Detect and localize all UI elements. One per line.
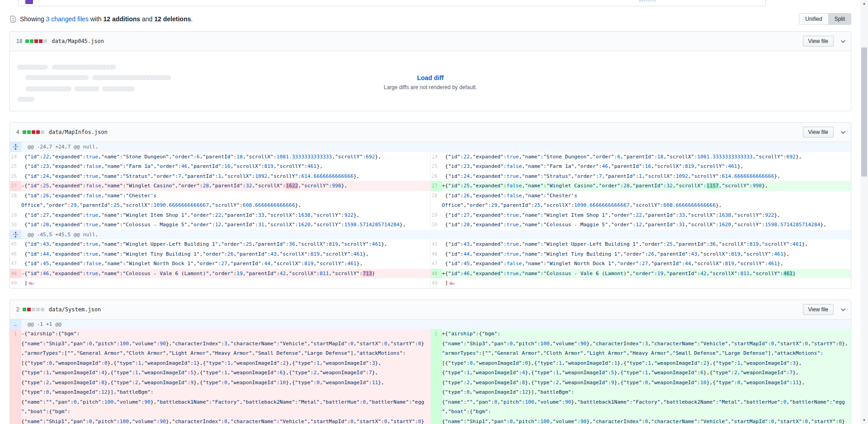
line-number-right[interactable]: 30: [431, 220, 442, 230]
line-number-right[interactable]: 26: [431, 172, 442, 181]
hunk-row: @@ -24,7 +24,7 @@ null,: [10, 142, 851, 152]
changed-files-link[interactable]: 3 changed files: [46, 15, 89, 23]
view-file-button[interactable]: View file: [803, 127, 834, 138]
expand-hunk-button[interactable]: [10, 230, 21, 240]
changed-word-highlight: 1622: [286, 183, 298, 189]
scrollbar-thumb[interactable]: [861, 48, 867, 176]
changed-word-highlight: 1157: [707, 183, 719, 189]
hunk-ellipsis-icon: …: [14, 319, 18, 329]
no-newline-icon: ⊘↵: [29, 281, 33, 286]
collapsed-diff-placeholder: Load diff Large diffs are not rendered b…: [10, 51, 851, 111]
line-number-right[interactable]: 45: [431, 239, 442, 249]
line-number-right[interactable]: 27: [431, 181, 442, 191]
code-line-left: -{"id":25,"expanded":false,"name":"Wingl…: [21, 181, 430, 191]
unfold-icon: [13, 143, 18, 150]
page-scrollbar[interactable]: ▲ ▼: [860, 0, 868, 424]
line-number-left[interactable]: 29: [10, 210, 21, 220]
line-number-left[interactable]: 49: [10, 278, 21, 288]
line-number-left[interactable]: 27: [10, 181, 21, 191]
expand-hunk-button[interactable]: …: [10, 319, 21, 329]
changed-word-highlight: 461: [783, 271, 793, 276]
file-options-chevron-button[interactable]: [840, 129, 846, 135]
file-options-chevron-button[interactable]: [840, 38, 846, 44]
changed-word-highlight: 713: [363, 271, 372, 276]
summary-text: Showing 3 changed files with 12 addition…: [20, 15, 193, 23]
load-diff-link[interactable]: Load diff: [417, 74, 443, 81]
file-card-map045: 18 data/Map045.json View file Load diff …: [9, 31, 851, 111]
additions-count: 12 additions: [103, 15, 140, 23]
view-file-button[interactable]: View file: [803, 36, 834, 47]
file-diff-icon: [9, 15, 17, 23]
line-number-left[interactable]: 25: [10, 162, 21, 172]
line-number-left[interactable]: 45: [10, 239, 21, 249]
code-line-right: {"id":24,"expanded":true,"name":"Stratus…: [442, 172, 851, 181]
code-line-left: {"id":23,"expanded":false,"name":"Farm 1…: [21, 162, 430, 172]
diffstat-block-add: [23, 130, 26, 134]
code-line-right: {"id":26,"expanded":false,"name":"Cheste…: [442, 191, 851, 210]
hunk-header: @@ -24,7 +24,7 @@ null,: [21, 142, 851, 152]
code-line-right: {"id":43,"expanded":true,"name":"Winglet…: [442, 239, 851, 249]
diff-line-row: 29 {"id":27,"expanded":true,"name":"Wing…: [10, 210, 851, 220]
line-number-right[interactable]: 46: [431, 249, 442, 259]
line-number-left[interactable]: 46: [10, 249, 21, 259]
line-number-left[interactable]: 1: [10, 329, 21, 424]
diffstat-block-add: [27, 130, 31, 134]
view-file-button[interactable]: View file: [803, 304, 834, 315]
hunk-header: @@ -45,5 +45,5 @@ null,: [21, 230, 851, 240]
split-view-button[interactable]: Split: [828, 14, 851, 24]
diff-line-row: 48-{"id":46,"expanded":true,"name":"Colo…: [10, 269, 851, 279]
line-number-right[interactable]: 1: [431, 329, 442, 424]
line-number-left[interactable]: 26: [10, 172, 21, 181]
diffstat-blocks: [23, 308, 45, 311]
scroll-up-arrow[interactable]: ▲: [860, 0, 868, 7]
diffstat-block-del: [32, 130, 35, 134]
no-newline-icon: ⊘↵: [449, 281, 454, 286]
line-number-right[interactable]: 28: [431, 191, 442, 210]
line-number-right[interactable]: 25: [431, 162, 442, 172]
code-line-right: +{"airship":{"bgm": {"name":"Ship3","pan…: [442, 329, 851, 424]
diffstat-count: 18: [16, 38, 22, 44]
diffstat-block-add: [30, 39, 33, 43]
file-card-mapinfos: 4 data/MapInfos.json View file @@ -24,7 …: [9, 122, 851, 289]
file-path-link[interactable]: data/System.json: [49, 306, 101, 313]
placeholder-block: [102, 86, 135, 91]
code-line-right: ]⊘↵: [442, 278, 851, 288]
file-path-link[interactable]: data/Map045.json: [52, 38, 104, 44]
file-options-chevron-button[interactable]: [840, 306, 846, 313]
line-number-left[interactable]: 47: [10, 259, 21, 269]
code-line-right: {"id":44,"expanded":true,"name":"Winglet…: [442, 249, 851, 259]
line-number-left[interactable]: 24: [10, 152, 21, 162]
line-number-left[interactable]: 28: [10, 191, 21, 210]
code-line-right: {"id":22,"expanded":true,"name":"Stone D…: [442, 152, 851, 162]
code-line-left: -{"id":46,"expanded":true,"name":"Coloss…: [21, 269, 430, 279]
line-number-right[interactable]: 47: [431, 259, 442, 269]
diffstat-block-del: [39, 39, 42, 43]
line-number-right[interactable]: 48: [431, 269, 442, 279]
summary-prefix: Showing: [20, 15, 44, 23]
unfold-icon: [13, 231, 18, 238]
line-number-left[interactable]: 30: [10, 220, 21, 230]
line-number-right[interactable]: 24: [431, 152, 442, 162]
line-number-right[interactable]: 29: [431, 210, 442, 220]
code-line-left: -{"airship":{"bgm": {"name":"Ship3","pan…: [21, 329, 430, 424]
diff-line-row: 45 {"id":43,"expanded":true,"name":"Wing…: [10, 239, 851, 249]
code-line-left: {"id":26,"expanded":false,"name":"Cheste…: [21, 191, 430, 210]
code-line-left: ]⊘↵: [21, 278, 430, 288]
line-number-left[interactable]: 48: [10, 269, 21, 279]
unified-view-button[interactable]: Unified: [799, 14, 828, 24]
summary-with: with: [90, 15, 102, 23]
pull-request-files-page: Showing 3 changed files with 12 addition…: [0, 0, 868, 424]
code-line-right: {"id":28,"expanded":true,"name":"Colossu…: [442, 220, 851, 230]
diff-line-row: 46 {"id":44,"expanded":true,"name":"Wing…: [10, 249, 851, 259]
scroll-down-arrow[interactable]: ▼: [860, 417, 868, 424]
dotted-underline-remnant: [639, 0, 656, 1]
expand-hunk-button[interactable]: [10, 142, 21, 152]
file-path-link[interactable]: data/MapInfos.json: [49, 129, 108, 135]
line-number-right[interactable]: 49: [431, 278, 442, 288]
placeholder-block: [18, 97, 34, 102]
diff-line-row: 25 {"id":23,"expanded":false,"name":"Far…: [10, 162, 851, 172]
cut-off-timeline-box: [18, 0, 766, 6]
diffstat-block-del: [36, 130, 40, 134]
chevron-down-icon: [840, 38, 846, 44]
code-line-right: {"id":27,"expanded":true,"name":"Winglet…: [442, 210, 851, 220]
